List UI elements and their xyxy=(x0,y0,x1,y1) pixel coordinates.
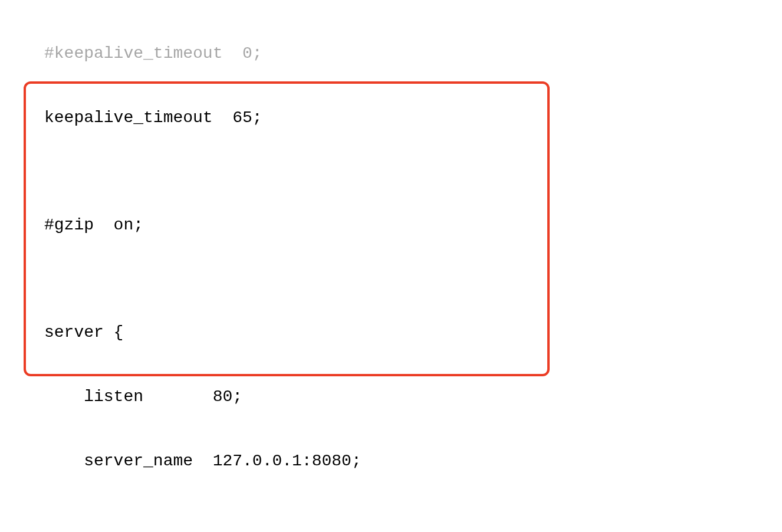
code-line: server { xyxy=(0,322,782,343)
code-line: server_name 127.0.0.1:8080; xyxy=(0,451,782,472)
code-line: #gzip on; xyxy=(0,215,782,236)
code-line: listen 80; xyxy=(0,386,782,408)
config-code-block: #keepalive_timeout 0; keepalive_timeout … xyxy=(0,0,782,532)
code-line: #keepalive_timeout 0; xyxy=(0,43,782,64)
code-line: keepalive_timeout 65; xyxy=(0,107,782,129)
